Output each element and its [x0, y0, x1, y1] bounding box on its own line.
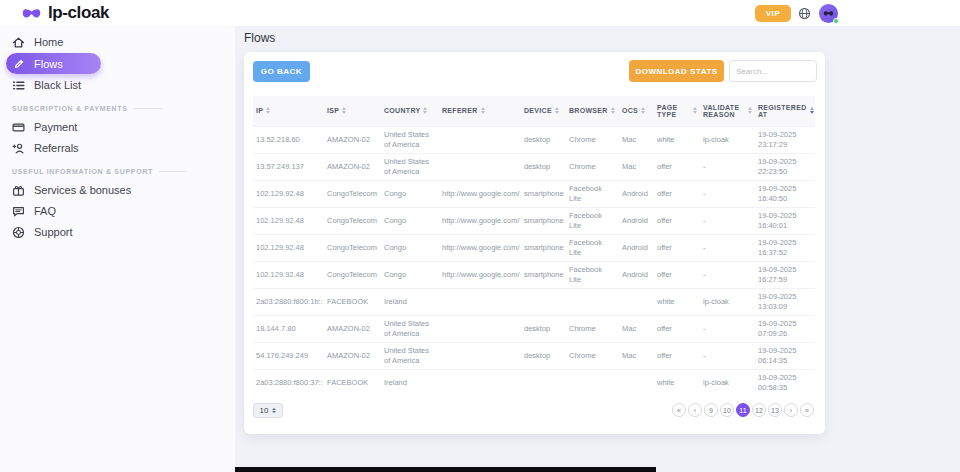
cell-device: smartphone — [521, 207, 566, 234]
table-row[interactable]: 18.144.7.80AMAZON-02United States of Ame… — [253, 315, 815, 342]
cell-browser — [566, 369, 619, 396]
column-header-isp[interactable]: ISP — [324, 96, 381, 126]
language-globe-icon[interactable] — [798, 6, 812, 20]
cell-page_type: white — [654, 369, 700, 396]
column-header-registered_at[interactable]: REGISTERED AT — [755, 96, 815, 126]
sidebar-item-home[interactable]: Home — [0, 32, 235, 52]
app-logo[interactable]: lp-cloak — [21, 0, 109, 26]
sidebar-item-label: Payment — [34, 121, 77, 133]
cell-country: Congo — [381, 207, 439, 234]
cell-isp: CongoTelecom — [324, 207, 381, 234]
sort-icon[interactable] — [693, 107, 697, 114]
per-page-select[interactable]: 10 — [253, 403, 283, 418]
prev-page-button[interactable]: ‹ — [688, 403, 702, 417]
column-header-device[interactable]: DEVICE — [521, 96, 566, 126]
page-button-13[interactable]: 13 — [768, 403, 782, 417]
column-header-page_type[interactable]: PAGE TYPE — [654, 96, 700, 126]
sidebar-item-black-list[interactable]: Black List — [0, 75, 235, 95]
cell-page_type: offer — [654, 207, 700, 234]
column-header-ip[interactable]: IP — [253, 96, 324, 126]
sidebar-item-label: FAQ — [34, 205, 56, 217]
sort-icon[interactable] — [423, 107, 427, 114]
sidebar-item-flows[interactable]: Flows — [6, 53, 101, 74]
cell-country: United States of America — [381, 153, 439, 180]
cell-referer: http://www.google.com/ — [439, 207, 521, 234]
sort-icon[interactable] — [266, 107, 270, 114]
table-row[interactable]: 2a03:2880:f800:1b::FACEBOOKIrelandwhitel… — [253, 288, 815, 315]
credit-card-icon — [12, 121, 25, 134]
cell-ocs: Mac — [619, 315, 654, 342]
first-page-button[interactable]: « — [672, 403, 686, 417]
cell-registered_at: 19-09-202507:09:26 — [755, 315, 815, 342]
download-stats-button[interactable]: DOWNLOAD STATS — [629, 60, 724, 82]
cell-registered_at: 19-09-202523:17:29 — [755, 126, 815, 153]
sort-icon[interactable] — [748, 107, 752, 114]
sidebar-item-label: Home — [34, 36, 63, 48]
lifebuoy-icon — [12, 226, 25, 239]
per-page-value: 10 — [260, 406, 269, 415]
cell-page_type: offer — [654, 234, 700, 261]
search-input[interactable] — [729, 60, 817, 82]
sort-icon[interactable] — [481, 107, 485, 114]
cell-validate_reason: - — [700, 153, 755, 180]
page-button-9[interactable]: 9 — [704, 403, 718, 417]
topbar: lp-cloak VIP — [0, 0, 960, 26]
sort-icon[interactable] — [555, 107, 559, 114]
chat-icon — [12, 205, 25, 218]
sort-icon[interactable] — [810, 107, 814, 114]
cell-ip: 54.176.249.249 — [253, 342, 324, 369]
go-back-button[interactable]: GO BACK — [253, 61, 310, 82]
cell-ip: 102.129.92.48 — [253, 234, 324, 261]
toolbar: GO BACK DOWNLOAD STATS — [253, 60, 817, 82]
column-label: COUNTRY — [384, 107, 420, 114]
cell-page_type: offer — [654, 342, 700, 369]
sidebar-item-payment[interactable]: Payment — [0, 117, 235, 137]
sidebar-item-label: Support — [34, 226, 73, 238]
sidebar-item-label: Referrals — [34, 142, 79, 154]
user-avatar[interactable] — [819, 4, 838, 23]
cell-device: desktop — [521, 342, 566, 369]
cell-page_type: white — [654, 288, 700, 315]
page-button-12[interactable]: 12 — [752, 403, 766, 417]
table-row[interactable]: 13.57.249.137AMAZON-02United States of A… — [253, 153, 815, 180]
page-button-10[interactable]: 10 — [720, 403, 734, 417]
cell-ocs — [619, 369, 654, 396]
sort-icon[interactable] — [342, 107, 346, 114]
column-label: OCS — [622, 107, 638, 114]
column-header-browser[interactable]: BROWSER — [566, 96, 619, 126]
table-row[interactable]: 102.129.92.48CongoTelecomCongohttp://www… — [253, 207, 815, 234]
cell-browser: Chrome — [566, 315, 619, 342]
table-row[interactable]: 13.52.218.60AMAZON-02United States of Am… — [253, 126, 815, 153]
table-row[interactable]: 54.176.249.249AMAZON-02United States of … — [253, 342, 815, 369]
cell-page_type: offer — [654, 180, 700, 207]
sort-icon[interactable] — [641, 107, 645, 114]
sidebar-item-services[interactable]: Services & bonuses — [0, 180, 235, 200]
sort-icon[interactable] — [611, 107, 615, 114]
cell-ip: 102.129.92.48 — [253, 180, 324, 207]
vip-button[interactable]: VIP — [755, 5, 791, 22]
table-row[interactable]: 2a03:2880:f800:37::FACEBOOKIrelandwhitel… — [253, 369, 815, 396]
column-header-validate_reason[interactable]: VALIDATE REASON — [700, 96, 755, 126]
sidebar-item-faq[interactable]: FAQ — [0, 201, 235, 221]
cell-validate_reason: - — [700, 315, 755, 342]
cell-registered_at: 19-09-202516:40:01 — [755, 207, 815, 234]
column-label: IP — [256, 107, 263, 114]
table-row[interactable]: 102.129.92.48CongoTelecomCongohttp://www… — [253, 261, 815, 288]
cell-validate_reason: - — [700, 234, 755, 261]
column-header-country[interactable]: COUNTRY — [381, 96, 439, 126]
cell-country: Congo — [381, 234, 439, 261]
cell-isp: CongoTelecom — [324, 261, 381, 288]
section-label-subscription: SUBSCRIPTION & PAYMENTS — [0, 105, 235, 112]
next-page-button[interactable]: › — [784, 403, 798, 417]
page-button-11[interactable]: 11 — [736, 403, 750, 417]
cell-device: smartphone — [521, 180, 566, 207]
table-row[interactable]: 102.129.92.48CongoTelecomCongohttp://www… — [253, 180, 815, 207]
cell-validate_reason: - — [700, 207, 755, 234]
cell-browser: Chrome — [566, 342, 619, 369]
table-row[interactable]: 102.129.92.48CongoTelecomCongohttp://www… — [253, 234, 815, 261]
sidebar-item-referrals[interactable]: Referrals — [0, 138, 235, 158]
last-page-button[interactable]: » — [800, 403, 814, 417]
column-header-referer[interactable]: REFERER — [439, 96, 521, 126]
column-header-ocs[interactable]: OCS — [619, 96, 654, 126]
sidebar-item-support[interactable]: Support — [0, 222, 235, 242]
